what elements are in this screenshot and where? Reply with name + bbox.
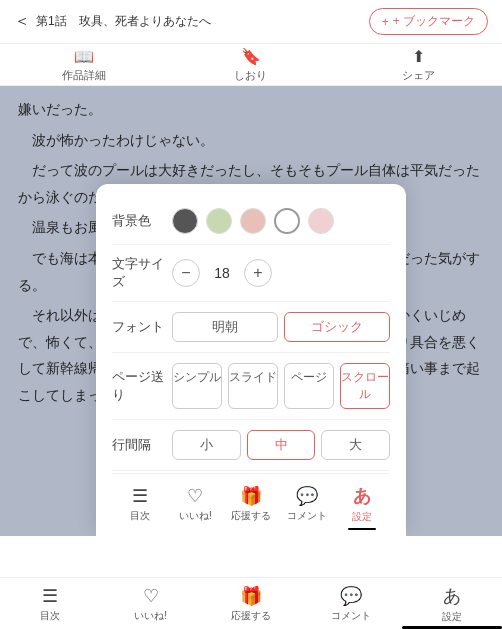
like-icon: ♡ — [187, 485, 203, 507]
bottom-nav-support[interactable]: 🎁 応援する — [201, 578, 301, 629]
header-left: ＜ 第1話 玫具、死者よりあなたへ — [14, 11, 211, 32]
bookmark-button[interactable]: + + ブックマーク — [369, 8, 488, 35]
page-simple[interactable]: シンプル — [172, 363, 222, 409]
line-spacing-row: 行間隔 小 中 大 — [112, 420, 390, 471]
font-size-value: 18 — [210, 265, 234, 281]
bookmark-label: + ブックマーク — [393, 13, 475, 30]
font-mincho[interactable]: 明朝 — [172, 312, 278, 342]
settings-icon: あ — [353, 484, 371, 508]
settings-nav-comment[interactable]: 💬 コメント — [279, 480, 335, 528]
bottom-comment-icon: 💬 — [340, 585, 362, 607]
font-label: フォント — [112, 318, 172, 336]
spacing-small[interactable]: 小 — [172, 430, 241, 460]
detail-icon: 📖 — [74, 47, 94, 66]
tab-share[interactable]: ⬆ シェア — [335, 44, 502, 85]
bottom-menu-icon: ☰ — [42, 585, 58, 607]
text-line-2: 波が怖かったわけじゃない。 — [18, 127, 484, 154]
bottom-comment-label: コメント — [331, 609, 371, 623]
page-scroll[interactable]: スクロール — [340, 363, 390, 409]
bottom-settings-icon: あ — [443, 584, 461, 608]
font-size-controls: − 18 + — [172, 259, 390, 287]
bottom-nav-settings[interactable]: あ 設定 — [402, 578, 502, 629]
font-option-group: 明朝 ゴシック — [172, 312, 390, 342]
settings-nav-menu[interactable]: ☰ 目次 — [112, 480, 168, 528]
settings-panel: 背景色 文字サイズ − 18 + — [96, 184, 406, 536]
tab-share-label: シェア — [402, 68, 435, 83]
spacing-large[interactable]: 大 — [321, 430, 390, 460]
swatch-red-outline[interactable] — [274, 208, 300, 234]
settings-bottom-nav: ☰ 目次 ♡ いいね! 🎁 応援する 💬 コメント あ 設定 — [112, 473, 390, 536]
text-line-1: 嫌いだった。 — [18, 96, 484, 123]
tab-detail-label: 作品詳細 — [62, 68, 106, 83]
bottom-support-icon: 🎁 — [240, 585, 262, 607]
page-options: シンプル スライド ページ スクロール — [172, 363, 390, 409]
settings-nav-support[interactable]: 🎁 応援する — [223, 480, 279, 528]
font-gothic[interactable]: ゴシック — [284, 312, 390, 342]
bg-color-row: 背景色 — [112, 198, 390, 245]
swatch-green[interactable] — [206, 208, 232, 234]
page-send-row: ページ送り シンプル スライド ページ スクロール — [112, 353, 390, 420]
settings-nav-like[interactable]: ♡ いいね! — [168, 480, 224, 528]
spacing-option-group: 小 中 大 — [172, 430, 390, 460]
bottom-like-icon: ♡ — [143, 585, 159, 607]
tab-bar: 📖 作品詳細 🔖 しおり ⬆ シェア — [0, 44, 502, 86]
font-row: フォント 明朝 ゴシック — [112, 302, 390, 353]
color-swatch-group — [172, 208, 334, 234]
tab-bookmark-label: しおり — [234, 68, 267, 83]
bottom-nav-comment[interactable]: 💬 コメント — [301, 578, 401, 629]
page-send-label: ページ送り — [112, 368, 172, 404]
bottom-nav-like[interactable]: ♡ いいね! — [100, 578, 200, 629]
settings-nav-support-label: 応援する — [231, 509, 271, 523]
bg-color-label: 背景色 — [112, 212, 172, 230]
font-size-group: − 18 + — [172, 259, 390, 287]
spacing-medium[interactable]: 中 — [247, 430, 316, 460]
settings-nav-settings-label: 設定 — [352, 510, 372, 524]
menu-icon: ☰ — [132, 485, 148, 507]
swatch-light-pink[interactable] — [308, 208, 334, 234]
bookmark-tab-icon: 🔖 — [241, 47, 261, 66]
comment-icon: 💬 — [296, 485, 318, 507]
spacing-options: 小 中 大 — [172, 430, 390, 460]
settings-nav-menu-label: 目次 — [130, 509, 150, 523]
line-spacing-label: 行間隔 — [112, 436, 172, 454]
swatch-dark[interactable] — [172, 208, 198, 234]
settings-nav-like-label: いいね! — [179, 509, 212, 523]
page-page[interactable]: ページ — [284, 363, 334, 409]
bookmark-icon: + — [382, 15, 389, 29]
settings-nav-comment-label: コメント — [287, 509, 327, 523]
font-size-row: 文字サイズ − 18 + — [112, 245, 390, 302]
bottom-settings-label: 設定 — [442, 610, 462, 624]
font-size-label: 文字サイズ — [112, 255, 172, 291]
page-slide[interactable]: スライド — [228, 363, 278, 409]
tab-detail[interactable]: 📖 作品詳細 — [0, 44, 167, 85]
font-size-plus[interactable]: + — [244, 259, 272, 287]
font-size-minus[interactable]: − — [172, 259, 200, 287]
font-options: 明朝 ゴシック — [172, 312, 390, 342]
bg-color-swatches — [172, 208, 390, 234]
tab-bookmark[interactable]: 🔖 しおり — [167, 44, 334, 85]
bottom-nav: ☰ 目次 ♡ いいね! 🎁 応援する 💬 コメント あ 設定 — [0, 577, 502, 629]
share-icon: ⬆ — [412, 47, 425, 66]
bottom-support-label: 応援する — [231, 609, 271, 623]
app-header: ＜ 第1話 玫具、死者よりあなたへ + + ブックマーク — [0, 0, 502, 44]
page-option-group: シンプル スライド ページ スクロール — [172, 363, 390, 409]
bottom-like-label: いいね! — [134, 609, 167, 623]
settings-nav-settings[interactable]: あ 設定 — [334, 480, 390, 528]
swatch-pink[interactable] — [240, 208, 266, 234]
support-icon: 🎁 — [240, 485, 262, 507]
chapter-title: 第1話 玫具、死者よりあなたへ — [36, 13, 211, 30]
back-icon[interactable]: ＜ — [14, 11, 30, 32]
bottom-nav-menu[interactable]: ☰ 目次 — [0, 578, 100, 629]
bottom-menu-label: 目次 — [40, 609, 60, 623]
reading-area: 嫌いだった。 波が怖かったわけじゃない。 だって波のプールは大好きだったし、そも… — [0, 86, 502, 536]
